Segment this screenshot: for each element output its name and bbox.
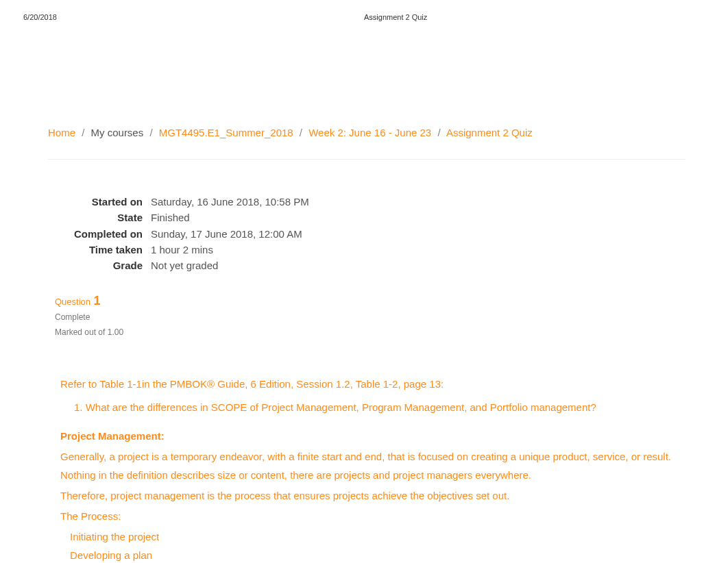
summary-row-started: Started on Saturday, 16 June 2018, 10:58… [55, 194, 685, 210]
label-state: State [55, 210, 151, 225]
value-timetaken: 1 hour 2 mins [151, 242, 213, 258]
summary-row-grade: Grade Not yet graded [55, 258, 685, 273]
question-marks: Marked out of 1.00 [55, 327, 685, 337]
breadcrumb-sep: / [82, 127, 84, 138]
breadcrumb-sep: / [437, 127, 440, 138]
value-started: Saturday, 16 June 2018, 10:58 PM [151, 194, 309, 210]
print-title: Assignment 2 Quiz [364, 13, 427, 21]
question-label: Question [55, 297, 90, 307]
value-completed: Sunday, 17 June 2018, 12:00 AM [151, 226, 302, 242]
divider [48, 159, 685, 160]
breadcrumb-current[interactable]: Assignment 2 Quiz [446, 127, 533, 138]
breadcrumb: Home / My courses / MGT4495.E1_Summer_20… [48, 127, 685, 138]
pm-paragraph-2: Therefore, project management is the pro… [60, 486, 677, 505]
pm-paragraph-1: Generally, a project is a temporary ende… [60, 447, 677, 486]
process-list: Initiating the project Developing a plan [70, 527, 685, 564]
label-grade: Grade [55, 258, 151, 273]
question-body: Refer to Table 1-1in the PMBOK® Guide, 6… [60, 375, 685, 563]
summary-row-completed: Completed on Sunday, 17 June 2018, 12:00… [55, 226, 685, 242]
label-started: Started on [55, 194, 151, 210]
breadcrumb-home[interactable]: Home [48, 127, 75, 138]
question-number: 1 [94, 294, 101, 308]
question-status: Complete [55, 312, 685, 322]
value-state: Finished [151, 210, 190, 225]
breadcrumb-sep: / [300, 127, 302, 138]
question-header: Question 1 Complete Marked out of 1.00 [55, 294, 685, 337]
breadcrumb-course[interactable]: MGT4495.E1_Summer_2018 [159, 127, 293, 138]
label-completed: Completed on [55, 226, 151, 242]
attempt-summary: Started on Saturday, 16 June 2018, 10:58… [55, 194, 685, 273]
print-date: 6/20/2018 [23, 13, 57, 21]
prompt-question-1: 1. What are the differences in SCOPE of … [74, 398, 685, 417]
pm-heading: Project Management: [60, 427, 685, 446]
breadcrumb-sep: / [149, 127, 152, 138]
page-content: Home / My courses / MGT4495.E1_Summer_20… [48, 127, 685, 563]
summary-row-timetaken: Time taken 1 hour 2 mins [55, 242, 685, 258]
label-timetaken: Time taken [55, 242, 151, 258]
breadcrumb-mycourses: My courses [91, 127, 144, 138]
prompt-intro: Refer to Table 1-1in the PMBOK® Guide, 6… [60, 375, 677, 394]
value-grade: Not yet graded [151, 258, 218, 273]
process-item: Initiating the project [70, 527, 685, 547]
breadcrumb-week[interactable]: Week 2: June 16 - June 23 [308, 127, 431, 138]
process-item: Developing a plan [70, 546, 685, 563]
process-label: The Process: [60, 507, 677, 526]
summary-row-state: State Finished [55, 210, 685, 225]
